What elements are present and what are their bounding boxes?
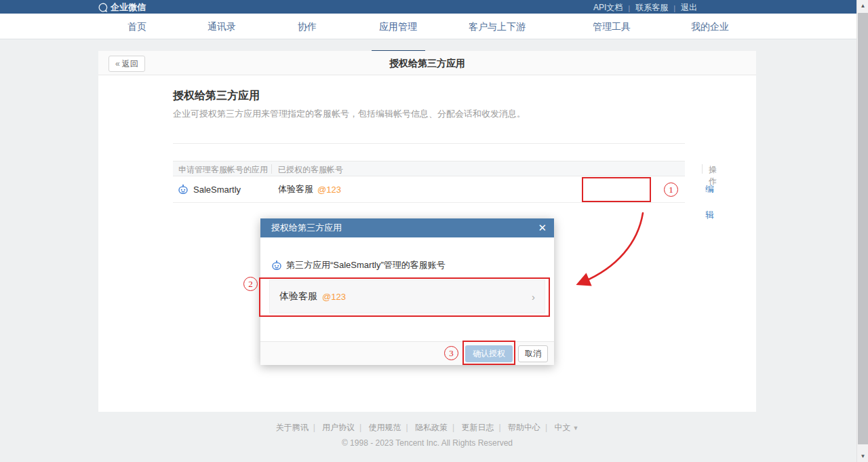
scrollbar-thumb[interactable] bbox=[858, 13, 868, 444]
footer-link-privacy[interactable]: 隐私政策 bbox=[415, 423, 448, 432]
page: 企业微信 API文档 | 联系客服 | 退出 首页 通讯录 协作 应用管理 客户… bbox=[0, 0, 868, 462]
column-separator bbox=[702, 164, 703, 174]
separator: | bbox=[313, 423, 315, 432]
account-id: @123 bbox=[317, 185, 341, 195]
page-title: 授权给第三方应用 bbox=[98, 51, 756, 75]
salesmartly-app-icon bbox=[178, 184, 189, 195]
separator: | bbox=[452, 423, 454, 432]
edit-link[interactable]: 编辑 bbox=[705, 176, 714, 202]
separator: | bbox=[545, 423, 547, 432]
separator: | bbox=[359, 423, 361, 432]
col-app: 申请管理客服帐号的应用 bbox=[178, 164, 268, 176]
footer-links: 关于腾讯| 用户协议| 使用规范| 隐私政策| 更新日志| 帮助中心| 中文▼ bbox=[98, 422, 756, 434]
table-header-row: 申请管理客服帐号的应用 已授权的客服帐号 操作 bbox=[173, 161, 685, 176]
managed-account-item[interactable]: 体验客服 @123 › bbox=[269, 280, 545, 313]
tab-collaboration[interactable]: 协作 bbox=[298, 14, 317, 39]
chat-bubble-icon bbox=[98, 3, 108, 12]
footer-link-help[interactable]: 帮助中心 bbox=[508, 423, 540, 432]
modal-subtitle: 第三方应用“SaleSmartly”管理的客服账号 bbox=[286, 259, 446, 271]
table-row: SaleSmartly 体验客服 @123 编辑 bbox=[173, 176, 685, 203]
account-name: 体验客服 bbox=[278, 183, 313, 195]
api-docs-link[interactable]: API文档 bbox=[593, 2, 623, 14]
footer-link-rules[interactable]: 使用规范 bbox=[369, 423, 401, 432]
tab-customers[interactable]: 客户与上下游 bbox=[469, 14, 526, 39]
separator: | bbox=[499, 423, 501, 432]
modal-footer: 确认授权 取消 bbox=[260, 341, 554, 365]
tab-my-company[interactable]: 我的企业 bbox=[691, 14, 729, 39]
modal-title: 授权给第三方应用 bbox=[271, 218, 342, 237]
authorize-modal: 授权给第三方应用 ✕ 第三方应用“SaleSmartly”管理的客服账号 体验客… bbox=[260, 218, 554, 365]
section-description: 企业可授权第三方应用来管理指定的客服帐号，包括编辑帐号信息、分配会话和收发消息。 bbox=[173, 108, 526, 120]
tab-app-management[interactable]: 应用管理 bbox=[379, 14, 417, 39]
separator: | bbox=[406, 423, 408, 432]
account-id: @123 bbox=[322, 292, 346, 302]
salesmartly-app-icon bbox=[271, 260, 282, 271]
scroll-up-icon[interactable]: ▲ bbox=[857, 0, 868, 12]
tab-contacts[interactable]: 通讯录 bbox=[208, 14, 236, 39]
page-footer: 关于腾讯| 用户协议| 使用规范| 隐私政策| 更新日志| 帮助中心| 中文▼ … bbox=[98, 422, 756, 448]
vertical-scrollbar[interactable]: ▲ ▼ bbox=[856, 0, 868, 462]
contact-support-link[interactable]: 联系客服 bbox=[635, 2, 668, 14]
caret-down-icon: ▼ bbox=[572, 425, 578, 431]
footer-link-about[interactable]: 关于腾讯 bbox=[276, 423, 309, 432]
logo-text: 企业微信 bbox=[111, 1, 146, 14]
tab-home[interactable]: 首页 bbox=[127, 14, 146, 39]
close-icon[interactable]: ✕ bbox=[538, 218, 547, 237]
app-name: SaleSmartly bbox=[193, 185, 241, 195]
chevron-right-icon: › bbox=[532, 291, 535, 303]
app-cell: SaleSmartly bbox=[178, 176, 241, 202]
annotation-step-2: 2 bbox=[243, 277, 258, 291]
wecom-logo: 企业微信 bbox=[98, 1, 146, 14]
scroll-down-icon[interactable]: ▼ bbox=[857, 450, 868, 462]
main-nav: 首页 通讯录 协作 应用管理 客户与上下游 管理工具 我的企业 bbox=[0, 14, 868, 39]
logout-link[interactable]: 退出 bbox=[681, 2, 697, 14]
separator: | bbox=[628, 4, 630, 12]
top-bar: 企业微信 API文档 | 联系客服 | 退出 bbox=[0, 0, 856, 14]
cancel-button[interactable]: 取消 bbox=[518, 345, 548, 362]
separator: | bbox=[673, 4, 675, 12]
card-header: «返回 授权给第三方应用 bbox=[98, 51, 756, 75]
section-heading: 授权给第三方应用 bbox=[173, 89, 260, 103]
topbar-links: API文档 | 联系客服 | 退出 bbox=[593, 2, 697, 14]
copyright: © 1998 - 2023 Tencent Inc. All Rights Re… bbox=[98, 438, 756, 448]
language-selector[interactable]: 中文▼ bbox=[554, 423, 578, 432]
authorized-apps-table: 申请管理客服帐号的应用 已授权的客服帐号 操作 SaleSmartly bbox=[173, 161, 685, 203]
footer-link-agreement[interactable]: 用户协议 bbox=[322, 423, 355, 432]
column-separator bbox=[271, 164, 272, 174]
annotation-step-1: 1 bbox=[664, 182, 678, 197]
confirm-authorize-button[interactable]: 确认授权 bbox=[465, 345, 513, 362]
account-cell: 体验客服 @123 bbox=[278, 176, 341, 202]
account-name: 体验客服 bbox=[279, 290, 317, 303]
footer-link-changelog[interactable]: 更新日志 bbox=[462, 423, 494, 432]
tab-admin-tools[interactable]: 管理工具 bbox=[593, 14, 631, 39]
modal-header: 授权给第三方应用 ✕ bbox=[260, 218, 554, 237]
col-accounts: 已授权的客服帐号 bbox=[278, 164, 343, 176]
annotation-step-3: 3 bbox=[444, 346, 458, 360]
divider bbox=[173, 143, 685, 144]
modal-subtitle-row: 第三方应用“SaleSmartly”管理的客服账号 bbox=[271, 259, 446, 271]
